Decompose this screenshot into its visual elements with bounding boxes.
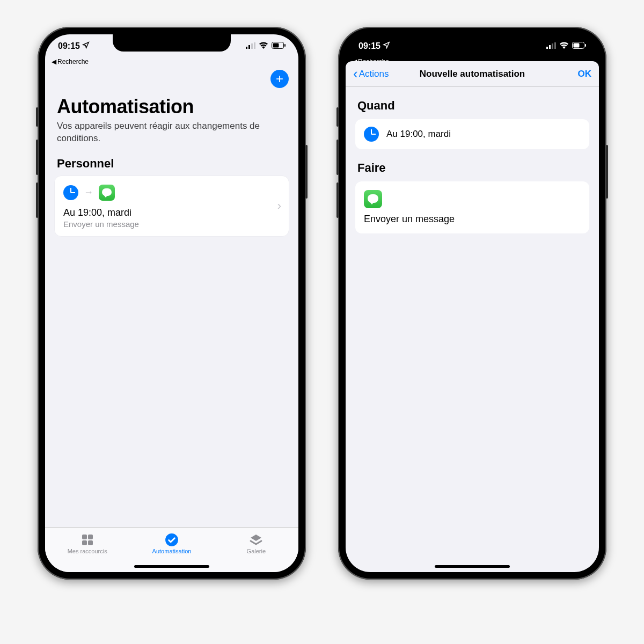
tab-gallery[interactable]: Galerie [214,528,298,559]
signal-icon [246,41,255,51]
status-time: 09:15 [58,41,80,51]
do-label: Faire [346,149,599,181]
when-label: Quand [346,87,599,119]
svg-rect-15 [554,42,556,49]
arrow-icon: → [84,187,93,198]
mute-switch [336,107,339,127]
automation-trigger: Au 19:00, mardi [63,207,280,218]
tab-shortcuts-label: Mes raccourcis [68,548,107,554]
nav-title: Nouvelle automatisation [420,69,525,79]
tab-automation-label: Automatisation [152,548,192,554]
section-personnel: Personnel [45,153,298,176]
tab-gallery-label: Galerie [247,548,266,554]
when-row[interactable]: Au 19:00, mardi [355,119,589,149]
phone-left: 09:15 ◀ Recherche [38,27,306,580]
home-indicator[interactable] [435,565,510,568]
plus-icon: + [276,71,283,86]
when-value: Au 19:00, mardi [386,129,451,140]
location-icon [82,41,90,51]
svg-rect-0 [246,47,247,49]
messages-icon [99,185,115,201]
wifi-icon [259,41,268,51]
grid-icon [80,533,95,547]
tab-automation[interactable]: Automatisation [129,528,214,559]
layers-icon [248,533,264,547]
nav-ok-button[interactable]: OK [578,69,592,79]
notch [413,34,531,52]
svg-rect-13 [549,45,551,49]
do-row[interactable]: Envoyer un message [355,181,589,233]
svg-rect-1 [248,45,250,49]
mute-switch [36,107,38,127]
modal-sheet: ‹ Actions Nouvelle automatisation OK Qua… [346,61,599,572]
volume-down [336,182,339,218]
notch [113,34,231,52]
svg-rect-10 [88,540,93,545]
svg-rect-7 [82,535,87,539]
automation-action: Envoyer un message [63,219,280,229]
battery-icon [572,41,586,51]
svg-rect-2 [251,43,253,49]
svg-rect-14 [552,43,553,49]
svg-rect-17 [574,43,580,48]
add-automation-button[interactable]: + [270,70,289,88]
breadcrumb-label: Recherche [57,58,89,65]
svg-rect-5 [273,43,279,48]
power-button [606,145,608,199]
chevron-left-icon: ‹ [353,65,358,82]
nav-back-button[interactable]: ‹ Actions [353,65,389,82]
page-subtitle: Vos appareils peuvent réagir aux changem… [45,120,298,153]
do-value: Envoyer un message [364,214,581,225]
volume-up [336,140,339,175]
clock-icon [364,127,379,142]
chevron-right-icon: › [277,199,281,213]
page-title: Automatisation [45,92,298,120]
home-indicator[interactable] [134,565,209,568]
svg-rect-12 [546,47,548,49]
automation-card[interactable]: → Au 19:00, mardi Envoyer un message › [55,176,289,236]
svg-rect-8 [88,535,93,539]
clock-icon [63,185,78,200]
back-to-search[interactable]: ◀ Recherche [45,58,298,67]
nav-bar: ‹ Actions Nouvelle automatisation OK [346,61,599,87]
wifi-icon [559,41,569,51]
svg-rect-9 [82,540,87,545]
phone-right: 09:15 ◀ Recherche [338,27,606,580]
signal-icon [546,41,556,51]
nav-back-label: Actions [359,69,389,79]
volume-down [36,182,38,218]
battery-icon [272,41,286,51]
volume-up [36,140,38,175]
svg-rect-6 [284,44,286,47]
tab-shortcuts[interactable]: Mes raccourcis [45,528,129,559]
status-time: 09:15 [358,41,380,51]
messages-icon [364,190,382,208]
check-circle-icon [164,533,179,547]
svg-rect-3 [254,42,255,49]
power-button [305,145,308,199]
back-caret-icon: ◀ [52,58,56,65]
svg-rect-18 [585,44,586,47]
location-icon [383,41,390,51]
svg-point-11 [165,533,178,546]
